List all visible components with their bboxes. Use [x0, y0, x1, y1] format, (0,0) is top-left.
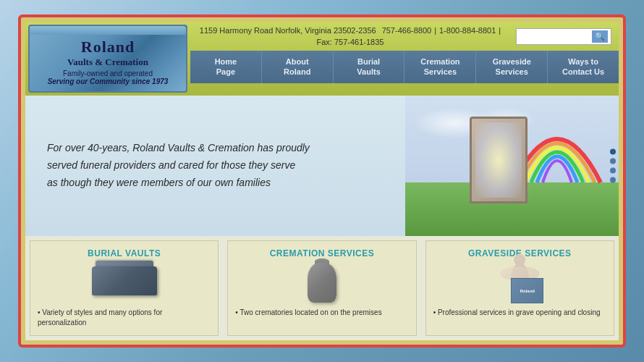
marker-label: Roland [520, 289, 535, 293]
scroll-dot-1[interactable] [610, 149, 616, 155]
logo-tagline2: Serving our Community since 1973 [48, 77, 169, 85]
cremation-bullet: Two crematories located on on the premis… [235, 308, 408, 318]
service-card-graveside: GRAVESIDE SERVICES Roland Professional s… [425, 240, 614, 336]
hero-image-area [405, 96, 619, 236]
hero-text: For over 40-years, Roland Vaults & Crema… [47, 140, 310, 191]
site-header: Roland Vaults & Cremation Family-owned a… [25, 22, 619, 96]
logo-tagline1: Family-owned and operated [63, 70, 153, 77]
service-card-cremation: CREMATION SERVICES Two crematories locat… [227, 240, 416, 336]
search-box[interactable]: 🔍 [516, 28, 611, 45]
contact-bar: 1159 Harmony Road Norfolk, Virginia 2350… [190, 22, 619, 51]
logo-subtitle: Vaults & Cremation [67, 56, 148, 68]
urn-body [308, 263, 336, 303]
sep2: | [499, 26, 501, 35]
door-frame [470, 117, 528, 203]
logo-area: Roland Vaults & Cremation Family-owned a… [28, 25, 187, 93]
service-card-burial: BURIAL VAULTS Variety of styles and many… [30, 240, 219, 336]
angel-head [514, 254, 525, 266]
nav-item-about[interactable]: AboutRoland [262, 51, 334, 83]
nav-item-burial[interactable]: BurialVaults [334, 51, 405, 83]
address: 1159 Harmony Road Norfolk, Virginia 2350… [200, 26, 376, 35]
scroll-dot-3[interactable] [610, 168, 616, 174]
main-content: For over 40-years, Roland Vaults & Crema… [25, 96, 619, 236]
services-row: BURIAL VAULTS Variety of styles and many… [25, 236, 619, 340]
logo-title: Roland [81, 38, 135, 56]
page-container: Roland Vaults & Cremation Family-owned a… [18, 14, 626, 348]
search-button[interactable]: 🔍 [592, 30, 608, 43]
nav-item-graveside[interactable]: GravesideServices [476, 51, 548, 83]
nav-item-contact[interactable]: Ways toContact Us [548, 51, 619, 83]
burial-bullet: Variety of styles and many options for p… [38, 308, 211, 328]
burial-title: BURIAL VAULTS [88, 248, 161, 258]
sep1: | [434, 26, 436, 35]
graveside-bullet: Professional services in grave opening a… [433, 308, 606, 318]
cremation-title: CREMATION SERVICES [270, 248, 375, 258]
nav-item-home[interactable]: HomePage [190, 51, 262, 83]
search-input[interactable] [520, 32, 592, 41]
fax: Fax: 757-461-1835 [317, 38, 384, 46]
logo-arch [30, 26, 186, 35]
site-wrapper: Roland Vaults & Cremation Family-owned a… [25, 22, 619, 340]
scroll-dot-4[interactable] [610, 177, 616, 183]
scroll-dot-2[interactable] [610, 159, 616, 164]
hero-image-bg [405, 96, 619, 236]
graveside-image: Roland [491, 266, 548, 302]
cremation-image [293, 266, 351, 302]
contact-info: 1159 Harmony Road Norfolk, Virginia 2350… [198, 26, 503, 46]
marker-box: Roland [511, 278, 543, 303]
burial-image [96, 266, 153, 302]
door-light [475, 122, 522, 198]
vault-body [92, 266, 157, 295]
hero-text-area: For over 40-years, Roland Vaults & Crema… [25, 96, 405, 236]
nav-bar: HomePage AboutRoland BurialVaults Cremat… [190, 51, 619, 83]
header-right: 1159 Harmony Road Norfolk, Virginia 2350… [190, 22, 619, 96]
phone1: 757-466-8800 [382, 26, 432, 35]
scroll-dots [610, 149, 616, 183]
nav-item-cremation[interactable]: CremationServices [404, 51, 476, 83]
hero-door [470, 117, 528, 203]
phone2: 1-800-884-8801 [439, 26, 496, 35]
